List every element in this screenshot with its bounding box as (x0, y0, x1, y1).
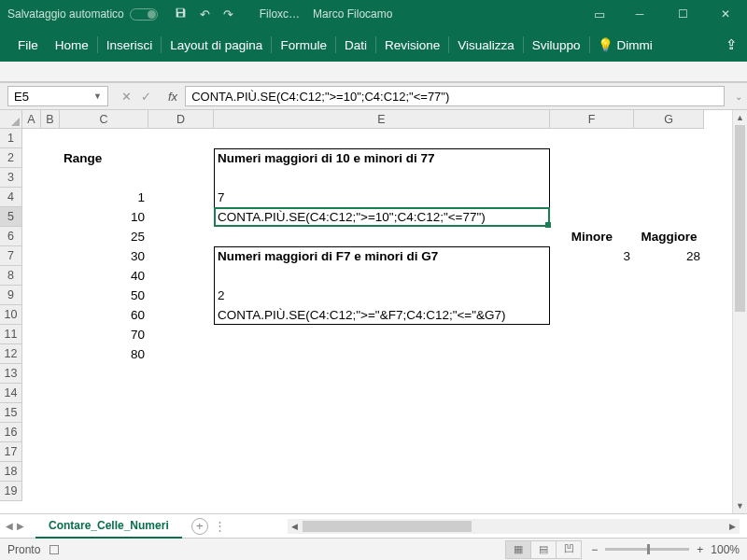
cell-F6[interactable]: Minore (550, 227, 634, 246)
cell-E4[interactable]: 7 (214, 188, 550, 207)
view-layout-icon[interactable]: ▤ (530, 540, 557, 559)
cell-E2[interactable]: Numeri maggiori di 10 e minori di 77 (214, 148, 550, 168)
tell-me[interactable]: 💡 Dimmi (598, 37, 653, 52)
cell-C8[interactable]: 40 (60, 266, 148, 286)
view-pagebreak-icon[interactable]: 凹 (556, 540, 582, 559)
cell-C10[interactable]: 60 (60, 305, 148, 325)
col-header-G[interactable]: G (634, 110, 704, 129)
cell-C5[interactable]: 10 (60, 207, 148, 227)
tab-visualizza[interactable]: Visualizza (449, 28, 523, 62)
vertical-scrollbar[interactable]: ▲ ▼ (732, 110, 747, 513)
cell-C9[interactable]: 50 (60, 286, 148, 305)
close-button[interactable]: ✕ (704, 0, 747, 28)
fx-icon[interactable]: fx (161, 90, 185, 104)
row-header-3[interactable]: 3 (0, 168, 22, 188)
zoom-slider[interactable] (605, 548, 689, 551)
tab-revisione[interactable]: Revisione (376, 28, 448, 62)
sheet-drag-handle[interactable]: ⋮ (208, 519, 232, 533)
tab-inserisci[interactable]: Inserisci (98, 28, 162, 62)
zoom-in-button[interactable]: + (697, 543, 703, 556)
ribbon-display-icon[interactable]: ▭ (581, 7, 618, 21)
cell-E5[interactable]: CONTA.PIÙ.SE(C4:C12;">=10";C4:C12;"<=77"… (214, 207, 550, 227)
row-header-6[interactable]: 6 (0, 227, 22, 246)
save-icon[interactable] (175, 7, 187, 21)
tab-dati[interactable]: Dati (336, 28, 375, 62)
row-header-4[interactable]: 4 (0, 188, 22, 207)
cell-E9[interactable]: 2 (214, 286, 550, 305)
cell-G6[interactable]: Maggiore (634, 227, 704, 246)
horizontal-scrollbar[interactable]: ◀ ▶ (288, 519, 740, 534)
cell-F7[interactable]: 3 (550, 246, 634, 266)
row-header-1[interactable]: 1 (0, 129, 22, 148)
undo-icon[interactable]: ↶ (200, 7, 210, 21)
tab-home[interactable]: Home (47, 28, 97, 62)
col-header-A[interactable]: A (22, 110, 41, 129)
scroll-down-icon[interactable]: ▼ (733, 498, 747, 513)
cell-C4[interactable]: 1 (60, 188, 148, 207)
row-header-19[interactable]: 19 (0, 482, 22, 501)
scroll-left-icon[interactable]: ◀ (288, 522, 303, 531)
cell-C6[interactable]: 25 (60, 227, 148, 246)
redo-icon[interactable]: ↷ (223, 7, 233, 21)
sheet-nav-next-icon[interactable]: ▶ (17, 521, 24, 531)
hscroll-thumb[interactable] (303, 521, 472, 532)
scroll-up-icon[interactable]: ▲ (733, 110, 747, 125)
col-header-C[interactable]: C (60, 110, 148, 129)
minimize-button[interactable]: ─ (618, 0, 661, 28)
name-box[interactable]: E5 ▼ (7, 86, 108, 106)
tab-file[interactable]: File (9, 28, 47, 62)
cell-C12[interactable]: 80 (60, 344, 148, 364)
sheet-tab[interactable]: Contare_Celle_Numeri (35, 514, 182, 539)
scroll-right-icon[interactable]: ▶ (725, 522, 740, 531)
add-sheet-button[interactable]: + (191, 518, 208, 535)
row-header-10[interactable]: 10 (0, 305, 22, 325)
row-header-18[interactable]: 18 (0, 462, 22, 482)
row-header-14[interactable]: 14 (0, 384, 22, 403)
zoom-level[interactable]: 100% (711, 543, 740, 556)
cell-C7[interactable]: 30 (60, 246, 148, 266)
col-header-E[interactable]: E (214, 110, 550, 129)
cell-E7[interactable]: Numeri maggiori di F7 e minori di G7 (214, 246, 550, 266)
view-normal-icon[interactable]: ▦ (505, 540, 531, 559)
cell-C2[interactable]: Range (60, 148, 148, 168)
col-header-D[interactable]: D (148, 110, 214, 129)
col-header-F[interactable]: F (550, 110, 634, 129)
row-header-15[interactable]: 15 (0, 403, 22, 423)
cell-C11[interactable]: 70 (60, 325, 148, 344)
cell-E10[interactable]: CONTA.PIÙ.SE(C4:C12;">="&F7;C4:C12;"<="&… (214, 305, 550, 325)
row-header-11[interactable]: 11 (0, 325, 22, 344)
row-header-7[interactable]: 7 (0, 246, 22, 266)
spreadsheet-grid[interactable]: ABCDEFG 12345678910111213141516171819 Ra… (0, 110, 747, 513)
row-header-8[interactable]: 8 (0, 266, 22, 286)
cells-area[interactable]: Range11025304050607080Numeri maggiori di… (22, 129, 732, 513)
tab-sviluppo[interactable]: Sviluppo (524, 28, 589, 62)
row-header-12[interactable]: 12 (0, 344, 22, 364)
chevron-down-icon[interactable]: ▼ (93, 91, 102, 101)
expand-formula-icon[interactable]: ⌄ (730, 91, 747, 102)
row-header-5[interactable]: 5 (0, 207, 22, 227)
formula-input[interactable]: CONTA.PIÙ.SE(C4:C12;">=10";C4:C12;"<=77"… (185, 86, 725, 106)
tab-layout[interactable]: Layout di pagina (162, 28, 271, 62)
tab-formule[interactable]: Formule (272, 28, 335, 62)
toggle-switch[interactable] (130, 8, 158, 21)
autosave-toggle[interactable]: Salvataggio automatico (0, 7, 158, 21)
enter-icon[interactable]: ✓ (141, 90, 151, 104)
sheet-nav-prev-icon[interactable]: ◀ (6, 521, 13, 531)
row-header-17[interactable]: 17 (0, 442, 22, 462)
row-header-16[interactable]: 16 (0, 423, 22, 442)
row-header-13[interactable]: 13 (0, 364, 22, 384)
maximize-button[interactable]: ☐ (661, 0, 704, 28)
select-all-corner[interactable] (0, 110, 22, 129)
share-icon[interactable]: ⇪ (726, 36, 738, 53)
row-header-2[interactable]: 2 (0, 148, 22, 168)
row-headers[interactable]: 12345678910111213141516171819 (0, 129, 22, 501)
zoom-out-button[interactable]: − (591, 543, 598, 556)
cell-G7[interactable]: 28 (634, 246, 704, 266)
row-header-9[interactable]: 9 (0, 286, 22, 305)
title-bar: Salvataggio automatico ↶ ↷ Filoxc… Marco… (0, 0, 747, 28)
col-header-B[interactable]: B (41, 110, 60, 129)
cancel-icon[interactable]: ✕ (121, 90, 132, 104)
scroll-thumb[interactable] (735, 125, 745, 312)
macro-record-icon[interactable] (49, 545, 59, 554)
column-headers[interactable]: ABCDEFG (22, 110, 704, 129)
